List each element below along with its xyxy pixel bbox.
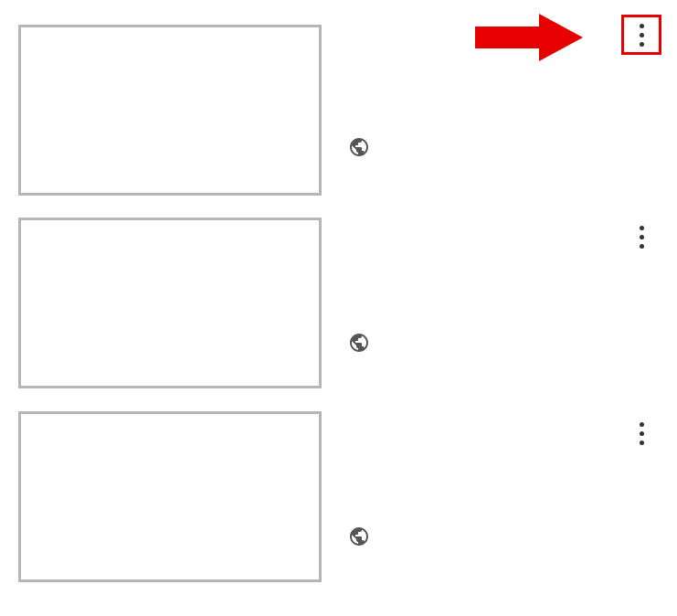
more-options-button[interactable] [621,217,661,257]
thumbnail[interactable] [18,411,322,582]
more-vertical-icon [640,226,644,249]
more-vertical-icon [640,24,644,47]
globe-icon [348,526,370,547]
globe-icon [348,136,370,158]
svg-marker-0 [475,14,583,61]
more-options-button[interactable] [621,413,661,453]
globe-icon [348,332,370,354]
thumbnail[interactable] [18,25,322,196]
more-options-button[interactable] [621,15,661,55]
more-vertical-icon [640,422,644,445]
arrow-annotation-icon [475,12,585,63]
thumbnail[interactable] [18,218,322,388]
